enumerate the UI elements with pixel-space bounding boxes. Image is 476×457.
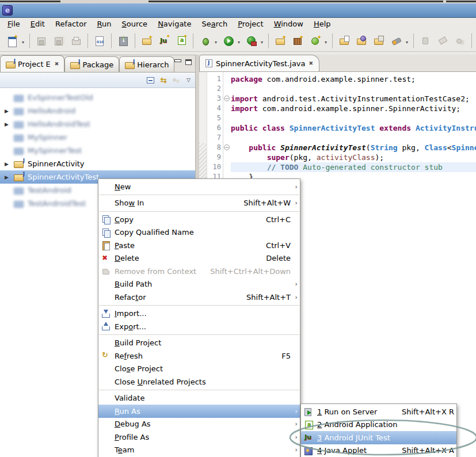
new-wizard-button[interactable]: ▾	[5, 33, 25, 49]
menubar-item[interactable]: Project	[233, 18, 269, 29]
tree-row[interactable]: ▶ EvSpinnerTestOld	[0, 91, 195, 104]
context-menu-item[interactable]: Export... ›	[98, 320, 300, 333]
menu-item-icon	[101, 351, 112, 360]
menubar-item[interactable]: Navigate	[153, 18, 196, 29]
editor-tab[interactable]: SpinnerActivityTest.java ✖	[199, 55, 319, 71]
new-folder-wizard-button[interactable]	[139, 33, 154, 49]
minimize-view-button[interactable]	[174, 59, 181, 64]
context-menu-item[interactable]: Import... ›	[98, 307, 300, 321]
context-menu-item[interactable]: Validate ›	[98, 392, 300, 405]
maximize-view-button[interactable]	[185, 59, 192, 65]
open-resource-button[interactable]	[371, 33, 386, 49]
submenu-item[interactable]: 3 Android JUnit Test	[301, 431, 456, 444]
dropdown-caret-icon[interactable]: ▾	[261, 40, 263, 45]
expand-arrow-icon[interactable]: ▶	[5, 121, 14, 127]
context-menu-item[interactable]: Team ›	[98, 444, 300, 457]
line-number: 3	[207, 94, 221, 104]
window-titlebar[interactable]: e	[0, 3, 476, 18]
submenu-item[interactable]: 2 Android Application	[301, 418, 456, 432]
submenu-item[interactable]: 4 Java Applet Shift+Alt+X A	[301, 444, 456, 457]
close-icon[interactable]: ✖	[309, 60, 314, 66]
context-menu-item[interactable]: Paste Ctrl+V ›	[98, 239, 300, 252]
context-menu-item[interactable]: Copy Qualified Name ›	[98, 226, 300, 239]
context-menu-item[interactable]: Debug As ›	[98, 418, 300, 431]
debug-button[interactable]: ▾	[197, 33, 218, 49]
save-button[interactable]	[34, 33, 49, 49]
fold-collapse-icon[interactable]: −	[224, 96, 230, 101]
toolbar-icon	[420, 36, 431, 46]
tree-row[interactable]: ▶ MySpinnerTest	[0, 144, 195, 157]
editor-tabbar: SpinnerActivityTest.java ✖	[199, 55, 476, 72]
tree-row[interactable]: ▶ SpinnerActivity	[0, 157, 195, 170]
open-task-button[interactable]	[337, 33, 352, 49]
dropdown-caret-icon[interactable]: ▾	[325, 40, 327, 45]
dropdown-caret-icon[interactable]: ▾	[215, 40, 217, 45]
view-tab[interactable]: Project E ✖	[0, 55, 64, 72]
print-button[interactable]	[68, 33, 83, 49]
submenu-item[interactable]: 1 Run on Server Shift+Alt+X R	[301, 405, 456, 418]
menu-item-icon	[101, 241, 112, 250]
view-tab[interactable]: Hierarch	[119, 56, 174, 72]
context-menu-item[interactable]: Profile As ›	[98, 431, 300, 444]
mark-occurrences-button[interactable]	[452, 33, 467, 49]
link-with-editor-icon[interactable]: ⇆	[160, 76, 167, 84]
context-menu-item[interactable]: New ›	[98, 180, 300, 193]
edge-segment	[0, 1, 60, 2]
expand-arrow-icon[interactable]: ▶	[5, 174, 14, 180]
new-android-project-button[interactable]	[174, 33, 189, 49]
menubar-item[interactable]: Help	[309, 18, 336, 29]
context-menu-item[interactable]: Run As ›	[98, 405, 300, 418]
context-menu-item[interactable]: Refactor Shift+Alt+T ›	[98, 291, 300, 304]
line-number: 1	[207, 74, 221, 84]
fold-collapse-icon[interactable]: −	[224, 144, 230, 150]
new-java-project-button[interactable]	[273, 33, 288, 49]
project-name: MySpinner	[28, 133, 67, 142]
context-menu-item[interactable]: Refresh F5 ›	[98, 349, 300, 363]
line-number: 7	[207, 133, 221, 143]
menubar-item[interactable]: Window	[269, 18, 309, 29]
binary-file-button[interactable]	[92, 33, 107, 49]
menubar-item[interactable]: Run	[92, 18, 117, 29]
new-junit-test-button[interactable]	[157, 33, 172, 49]
context-menu-item[interactable]: Delete Delete ›	[98, 252, 300, 265]
pin-editor-button[interactable]	[418, 33, 433, 49]
external-tools-button[interactable]: ▾	[243, 33, 264, 49]
context-menu-item[interactable]: Build Path ›	[98, 278, 300, 291]
run-button[interactable]: ▾	[220, 33, 241, 49]
expand-arrow-icon[interactable]: ▶	[5, 108, 14, 114]
new-class-button[interactable]: ▾	[307, 33, 328, 49]
context-menu-item[interactable]: Close Unrelated Projects ›	[98, 375, 300, 389]
open-type-button[interactable]	[354, 33, 369, 49]
collapse-all-icon[interactable]	[147, 77, 154, 83]
context-menu-item[interactable]: Copy Ctrl+C ›	[98, 213, 300, 226]
menubar-item[interactable]: File	[2, 18, 25, 29]
android-sdk-manager-button[interactable]	[116, 33, 131, 49]
project-name: SpinnerActivityTest	[28, 173, 99, 181]
tree-row[interactable]: ▶ HelloAndroid	[0, 104, 195, 117]
save-all-button[interactable]	[51, 33, 66, 49]
view-tab[interactable]: Package	[64, 56, 119, 72]
toolbar-icon	[292, 36, 303, 46]
context-menu-item[interactable]: Close Project ›	[98, 363, 300, 376]
menubar-item[interactable]: Search	[196, 18, 233, 29]
clear-markers-button[interactable]	[435, 33, 450, 49]
context-menu-item[interactable]: Remove from Context Shift+Ctrl+Alt+Down …	[98, 265, 300, 278]
tree-row[interactable]: ▶ MySpinner	[0, 131, 195, 144]
context-menu-item[interactable]: Build Project ›	[98, 337, 300, 350]
dropdown-caret-icon[interactable]: ▾	[238, 40, 240, 45]
menubar-item[interactable]: Source	[116, 18, 153, 29]
context-menu-item[interactable]: Show In Shift+Alt+W ›	[98, 197, 300, 210]
view-menu-icon[interactable]: ▽	[186, 77, 191, 83]
dropdown-caret-icon[interactable]: ▾	[22, 40, 24, 45]
menu-item-icon	[101, 377, 112, 386]
dropdown-caret-icon[interactable]: ▾	[406, 40, 408, 45]
menu-item-icon	[101, 280, 112, 289]
toolbar-icon	[374, 36, 384, 46]
new-package-button[interactable]	[290, 33, 305, 49]
search-button[interactable]: ▾	[389, 33, 409, 49]
menubar-item[interactable]: Edit	[25, 18, 50, 29]
expand-arrow-icon[interactable]: ▶	[5, 161, 14, 167]
tree-row[interactable]: ▶ HelloAndroidTest	[0, 117, 195, 131]
close-icon[interactable]: ✖	[54, 61, 59, 67]
menubar-item[interactable]: Refactor	[50, 18, 92, 29]
